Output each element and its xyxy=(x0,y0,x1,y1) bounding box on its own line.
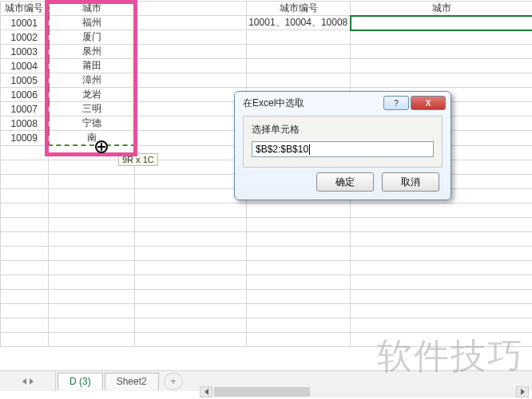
cell-a8[interactable]: 10007 xyxy=(1,102,49,117)
cell-a3[interactable]: 10002 xyxy=(1,30,49,45)
cell-d2[interactable]: 10001、10004、10008 xyxy=(247,16,351,30)
add-sheet-button[interactable]: + xyxy=(164,373,183,390)
cell-b9[interactable]: 宁德 xyxy=(49,117,135,131)
cell-b8[interactable]: 三明 xyxy=(49,102,135,117)
col-d-header[interactable]: 城市编号 xyxy=(247,1,351,16)
tab-nav-arrows[interactable] xyxy=(0,371,56,391)
cell-a4[interactable]: 10003 xyxy=(1,45,49,59)
sheet-tab-d3[interactable]: D (3) xyxy=(58,373,103,390)
cell-a5[interactable]: 10004 xyxy=(1,59,49,73)
cell-c2[interactable] xyxy=(135,16,247,30)
cell-a7[interactable]: 10006 xyxy=(1,88,49,102)
cell-b10[interactable]: 南 xyxy=(49,131,135,146)
tab-nav-left-icon xyxy=(22,378,26,385)
cell-b7[interactable]: 龙岩 xyxy=(49,88,135,102)
cell-b2[interactable]: 福州 xyxy=(49,16,135,30)
dialog-field-label: 选择单元格 xyxy=(252,123,434,136)
selection-size-tooltip: 9R x 1C xyxy=(118,153,158,166)
col-e-header[interactable]: 城市 xyxy=(351,1,533,16)
triangle-left-icon xyxy=(204,389,208,395)
cell-a10[interactable]: 10009 xyxy=(1,131,49,146)
cell-a6[interactable]: 10005 xyxy=(1,73,49,88)
text-caret-icon xyxy=(309,144,310,155)
scrollbar-thumb[interactable] xyxy=(214,387,310,397)
dialog-close-button[interactable]: X xyxy=(411,96,446,110)
dialog-titlebar[interactable]: 在Excel中选取 ? X xyxy=(235,92,451,114)
dialog-body: 选择单元格 $B$2:$B$10 xyxy=(243,116,443,168)
horizontal-scrollbar[interactable] xyxy=(200,386,529,397)
sheet-tab-sheet2[interactable]: Sheet2 xyxy=(105,373,159,390)
tab-nav-right-icon xyxy=(30,378,34,385)
col-b-header[interactable]: 城市 xyxy=(49,1,135,16)
cell-b4[interactable]: 泉州 xyxy=(49,45,135,59)
col-c-header[interactable] xyxy=(135,1,247,16)
cell-range-value: $B$2:$B$10 xyxy=(256,144,308,155)
cell-e2-active[interactable] xyxy=(351,16,533,30)
col-a-header[interactable]: 城市编号 xyxy=(1,1,49,16)
cell-a9[interactable]: 10008 xyxy=(1,117,49,131)
dialog-help-button[interactable]: ? xyxy=(383,96,409,110)
cell-b6[interactable]: 漳州 xyxy=(49,73,135,88)
cell-range-input[interactable]: $B$2:$B$10 xyxy=(252,141,434,157)
header-row: 城市编号 城市 城市编号 城市 xyxy=(1,1,533,16)
triangle-right-icon xyxy=(521,389,525,395)
cell-b3[interactable]: 厦门 xyxy=(49,30,135,45)
ok-button[interactable]: 确定 xyxy=(316,172,374,192)
dialog-title: 在Excel中选取 xyxy=(243,97,304,110)
scroll-left-button[interactable] xyxy=(200,386,212,397)
scroll-right-button[interactable] xyxy=(516,386,529,397)
cell-a2[interactable]: 10001 xyxy=(1,16,49,30)
cell-b5[interactable]: 莆田 xyxy=(49,59,135,73)
cancel-button[interactable]: 取消 xyxy=(382,172,439,192)
select-in-excel-dialog: 在Excel中选取 ? X 选择单元格 $B$2:$B$10 确定 取消 xyxy=(234,91,451,200)
